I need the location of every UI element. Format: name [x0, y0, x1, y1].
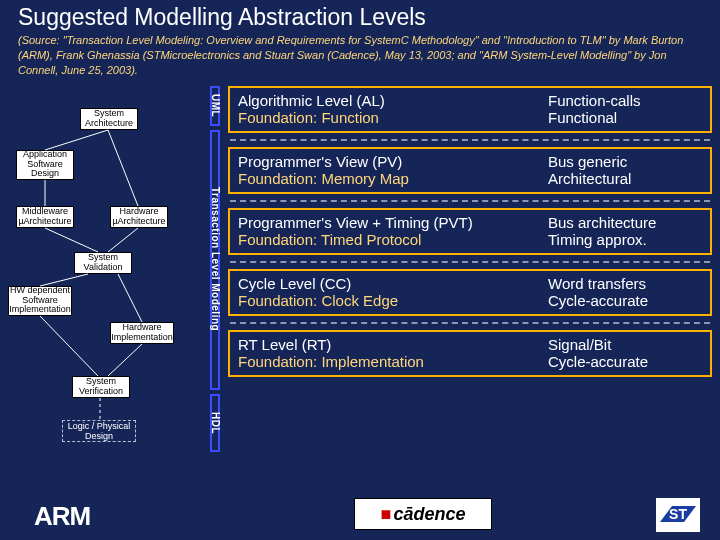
svg-line-2: [108, 130, 138, 206]
level-accuracy: Cycle-accurate: [548, 353, 702, 370]
level-separator: [230, 139, 710, 141]
level-style: Bus architecture: [548, 214, 702, 231]
svg-line-3: [45, 228, 98, 252]
vertical-scale-bar: UML Transaction Level Modeling HDL: [208, 84, 222, 462]
vbar-uml-label: UML: [208, 84, 222, 128]
level-name: Cycle Level (CC): [238, 275, 548, 292]
level-name: RT Level (RT): [238, 336, 548, 353]
level-foundation: Foundation: Memory Map: [238, 170, 548, 187]
svg-line-7: [40, 316, 98, 376]
logo-bar: ARM ■cādence ST: [0, 494, 720, 536]
level-separator: [230, 261, 710, 263]
level-accuracy: Cycle-accurate: [548, 292, 702, 309]
abstraction-levels: Algorithmic Level (AL)Function-calls Fou…: [228, 84, 712, 462]
level-style: Signal/Bit: [548, 336, 702, 353]
flow-connectors: [8, 84, 208, 462]
svg-line-5: [40, 274, 88, 286]
level-cc: Cycle Level (CC)Word transfers Foundatio…: [228, 269, 712, 316]
level-separator: [230, 200, 710, 202]
level-accuracy: Timing approx.: [548, 231, 702, 248]
main-diagram: SystemArchitecture ApplicationSoftwareDe…: [0, 84, 720, 462]
svg-line-6: [118, 274, 142, 322]
level-foundation: Foundation: Implementation: [238, 353, 548, 370]
level-name: Programmer's View (PV): [238, 153, 548, 170]
level-style: Function-calls: [548, 92, 702, 109]
level-foundation: Foundation: Function: [238, 109, 548, 126]
level-name: Programmer's View + Timing (PVT): [238, 214, 548, 231]
flow-diagram: SystemArchitecture ApplicationSoftwareDe…: [8, 84, 208, 462]
vbar-hdl-label: HDL: [208, 392, 222, 454]
level-accuracy: Functional: [548, 109, 702, 126]
svg-line-8: [108, 344, 142, 376]
cadence-text: cādence: [393, 504, 465, 525]
level-pvt: Programmer's View + Timing (PVT)Bus arch…: [228, 208, 712, 255]
level-separator: [230, 322, 710, 324]
level-style: Bus generic: [548, 153, 702, 170]
svg-line-4: [108, 228, 138, 252]
level-style: Word transfers: [548, 275, 702, 292]
level-foundation: Foundation: Timed Protocol: [238, 231, 548, 248]
arm-logo: ARM: [34, 501, 90, 532]
level-foundation: Foundation: Clock Edge: [238, 292, 548, 309]
level-pv: Programmer's View (PV)Bus generic Founda…: [228, 147, 712, 194]
level-name: Algorithmic Level (AL): [238, 92, 548, 109]
cadence-logo: ■cādence: [354, 498, 492, 530]
level-accuracy: Architectural: [548, 170, 702, 187]
source-citation: (Source: "Transaction Level Modeling: Ov…: [0, 31, 720, 84]
page-title: Suggested Modelling Abstraction Levels: [0, 0, 720, 31]
vbar-tlm-label: Transaction Level Modeling: [208, 128, 222, 392]
st-logo: ST: [656, 498, 700, 532]
st-text: ST: [669, 506, 687, 522]
level-al: Algorithmic Level (AL)Function-calls Fou…: [228, 86, 712, 133]
level-rt: RT Level (RT)Signal/Bit Foundation: Impl…: [228, 330, 712, 377]
svg-line-0: [45, 130, 108, 150]
